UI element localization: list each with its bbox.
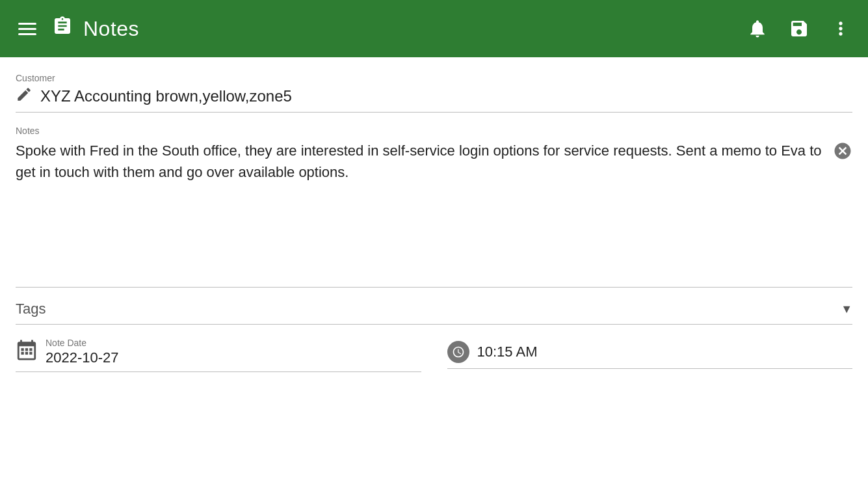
note-time-inner: 10:15 AM	[447, 341, 853, 369]
close-circle-icon	[833, 141, 852, 161]
app-header: Notes	[0, 0, 868, 57]
customer-value: XYZ Accounting brown,yellow,zone5	[40, 87, 852, 105]
note-time-value: 10:15 AM	[477, 344, 538, 360]
save-icon	[789, 18, 809, 39]
notes-section: Notes Spoke with Fred in the South offic…	[16, 126, 852, 288]
date-content: Note Date 2022-10-27	[46, 338, 119, 366]
edit-icon	[16, 86, 33, 107]
more-vertical-icon	[830, 18, 851, 39]
note-time-group: 10:15 AM	[447, 341, 853, 369]
svg-rect-1	[25, 348, 28, 351]
hamburger-icon	[16, 20, 39, 38]
customer-field: Customer XYZ Accounting brown,yellow,zon…	[16, 73, 852, 113]
page-title: Notes	[83, 17, 139, 41]
clipboard-icon	[52, 15, 73, 42]
note-date-value: 2022-10-27	[46, 349, 119, 366]
tags-label: Tags	[16, 301, 46, 317]
calendar-icon	[16, 339, 38, 366]
save-button[interactable]	[785, 14, 813, 43]
clock-icon	[452, 345, 465, 358]
more-options-button[interactable]	[826, 14, 855, 43]
tags-dropdown-icon: ▼	[841, 303, 852, 316]
header-right	[743, 14, 855, 43]
bell-icon	[747, 18, 768, 39]
svg-rect-4	[25, 351, 28, 354]
notes-divider	[16, 287, 852, 288]
notes-text: Spoke with Fred in the South office, the…	[16, 140, 826, 183]
main-content: Customer XYZ Accounting brown,yellow,zon…	[0, 57, 868, 499]
note-date-label: Note Date	[46, 338, 119, 348]
notes-label: Notes	[16, 126, 852, 136]
clock-icon-wrapper	[447, 341, 469, 363]
bell-button[interactable]	[743, 14, 772, 43]
menu-button[interactable]	[13, 14, 42, 43]
customer-label: Customer	[16, 73, 852, 83]
svg-rect-0	[21, 348, 24, 351]
tags-section[interactable]: Tags ▼	[16, 301, 852, 325]
header-left: Notes	[13, 14, 733, 43]
svg-rect-5	[29, 351, 32, 354]
note-date-group: Note Date 2022-10-27	[16, 338, 421, 372]
notes-content-row: Spoke with Fred in the South office, the…	[16, 140, 852, 183]
clear-notes-button[interactable]	[833, 141, 852, 165]
note-date-inner: Note Date 2022-10-27	[16, 338, 421, 372]
svg-rect-3	[21, 351, 24, 354]
datetime-row: Note Date 2022-10-27 10:15 AM	[16, 338, 852, 372]
customer-row: XYZ Accounting brown,yellow,zone5	[16, 86, 852, 113]
svg-rect-2	[29, 348, 32, 351]
